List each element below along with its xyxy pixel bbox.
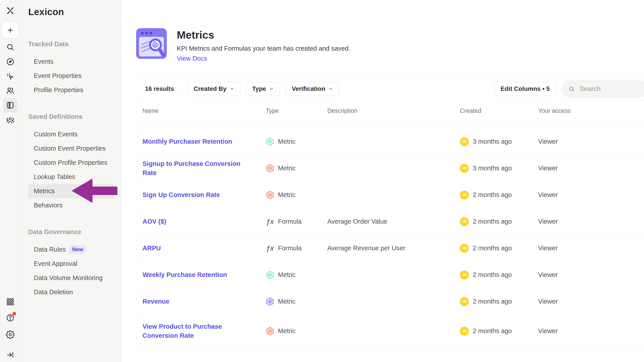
sidebar-item-events[interactable]: Events bbox=[28, 54, 114, 69]
filter-type[interactable]: Type bbox=[246, 82, 280, 96]
cell-name: Revenue bbox=[142, 297, 266, 306]
mixpanel-logo-icon[interactable] bbox=[3, 4, 17, 17]
column-header-description: Description bbox=[327, 108, 460, 114]
cell-name: AOV ($) bbox=[142, 217, 266, 226]
type-label: Metric bbox=[278, 191, 296, 198]
metric-name-link[interactable]: AOV ($) bbox=[142, 217, 177, 226]
formula-fx-icon: ƒx bbox=[266, 244, 274, 252]
rail-divider bbox=[0, 345, 20, 345]
search-icon bbox=[568, 85, 575, 92]
search-input[interactable] bbox=[580, 85, 642, 93]
page-heading: Metrics bbox=[177, 29, 350, 41]
cell-description: Average Revenue per User bbox=[327, 244, 460, 252]
metric-name-link[interactable]: Monthly Purchaser Retention bbox=[142, 137, 243, 146]
cell-access: Viewer bbox=[538, 298, 644, 305]
cell-name: Signup to Purchase Conversion Rate bbox=[142, 159, 266, 177]
type-label: Metric bbox=[278, 165, 296, 172]
help-icon[interactable] bbox=[3, 311, 17, 325]
sidebar-item-profile-properties[interactable]: Profile Properties bbox=[28, 83, 114, 97]
metric-name-link[interactable]: View Product to Purchase Conversion Rate bbox=[142, 322, 266, 340]
created-label: 3 months ago bbox=[473, 138, 512, 145]
metric-hexagon-icon bbox=[266, 327, 274, 335]
settings-gear-icon[interactable] bbox=[3, 328, 17, 342]
table-row[interactable]: View Product to Purchase Conversion Rate… bbox=[136, 315, 644, 347]
sidebar-item-custom-profile-properties[interactable]: Custom Profile Properties bbox=[28, 156, 114, 170]
metric-hexagon-icon bbox=[266, 138, 274, 146]
created-label: 2 months ago bbox=[473, 327, 512, 335]
formula-fx-icon: ƒx bbox=[266, 217, 274, 226]
sidebar-item-label: Custom Events bbox=[34, 131, 78, 138]
edit-columns-button[interactable]: Edit Columns • 5 bbox=[494, 82, 556, 96]
create-new-button[interactable] bbox=[2, 22, 18, 38]
cell-created: JB3 months ago bbox=[460, 137, 538, 146]
table-row[interactable]: Sign Up Conversion Rate MetricJB2 months… bbox=[136, 182, 644, 208]
cohorts-icon[interactable] bbox=[3, 113, 17, 128]
created-label: 3 months ago bbox=[473, 165, 512, 172]
table-toolbar: 16 results Created ByTypeVerification Ed… bbox=[136, 77, 644, 101]
cell-name: View Product to Purchase Conversion Rate bbox=[142, 322, 266, 340]
sidebar-item-event-approval[interactable]: Event Approval bbox=[28, 256, 114, 271]
sidebar-item-event-properties[interactable]: Event Properties bbox=[28, 69, 114, 83]
cell-access: Viewer bbox=[538, 271, 644, 279]
sidebar-item-label: Metrics bbox=[34, 187, 54, 195]
filter-created-by[interactable]: Created By bbox=[188, 82, 240, 96]
cell-access: Viewer bbox=[538, 138, 644, 145]
section-label: Saved Definitions bbox=[28, 110, 114, 124]
filter-label: Created By bbox=[194, 85, 226, 92]
table-row[interactable]: Weekly Purchase Retention MetricJB2 mont… bbox=[136, 262, 644, 288]
metric-hexagon-icon bbox=[266, 164, 274, 173]
users-icon[interactable] bbox=[3, 83, 17, 98]
metric-hexagon-icon bbox=[266, 297, 274, 306]
new-badge: New bbox=[69, 245, 86, 254]
sidebar-item-label: Event Properties bbox=[34, 72, 82, 79]
ai-cursor-icon[interactable] bbox=[3, 69, 17, 83]
lexicon-book-icon[interactable] bbox=[3, 98, 17, 112]
cell-name: Weekly Purchase Retention bbox=[142, 270, 266, 279]
table-row-partial bbox=[136, 122, 644, 128]
column-header-your-access: Your access bbox=[538, 108, 644, 114]
sidebar-item-label: Events bbox=[34, 58, 54, 65]
cell-access: Viewer bbox=[538, 218, 644, 225]
sidebar-item-data-rules[interactable]: Data RulesNew bbox=[28, 242, 114, 256]
chevron-down-icon bbox=[269, 86, 274, 91]
table-row[interactable]: Revenue MetricJB2 months agoViewer bbox=[136, 288, 644, 315]
type-label: Formula bbox=[278, 218, 302, 225]
table-search[interactable] bbox=[562, 80, 644, 98]
cell-type: Metric bbox=[266, 164, 327, 173]
table-row[interactable]: Monthly Purchaser Retention MetricJB3 mo… bbox=[136, 128, 644, 155]
avatar: JB bbox=[460, 137, 469, 146]
cell-type: Metric bbox=[266, 327, 327, 335]
metric-name-link[interactable]: Signup to Purchase Conversion Rate bbox=[142, 159, 266, 177]
cell-name: ARPU bbox=[142, 244, 266, 253]
cell-type: ƒxFormula bbox=[266, 217, 327, 226]
column-header-name: Name bbox=[142, 108, 266, 114]
avatar: JB bbox=[460, 190, 469, 199]
metric-name-link[interactable]: Revenue bbox=[142, 297, 180, 306]
sign-out-icon[interactable] bbox=[3, 348, 17, 362]
cell-created: JB2 months ago bbox=[460, 190, 538, 199]
sidebar-item-custom-event-properties[interactable]: Custom Event Properties bbox=[28, 141, 114, 156]
apps-grid-icon[interactable] bbox=[3, 295, 17, 309]
search-icon[interactable] bbox=[3, 40, 17, 54]
sidebar-item-data-volume-monitoring[interactable]: Data Volume Monitoring bbox=[28, 271, 114, 285]
metric-name-link[interactable]: ARPU bbox=[142, 244, 172, 253]
table-row[interactable]: Signup to Purchase Conversion Rate Metri… bbox=[136, 155, 644, 182]
page-header: Metrics KPI Metrics and Formulas your te… bbox=[136, 28, 350, 62]
created-label: 2 months ago bbox=[473, 218, 512, 225]
cell-created: JB2 months ago bbox=[460, 217, 538, 226]
sidebar-section-tracked-data: Tracked DataEventsEvent PropertiesProfil… bbox=[28, 37, 114, 97]
cell-description: Average Order Value bbox=[327, 218, 460, 225]
metric-name-link[interactable]: Sign Up Conversion Rate bbox=[142, 190, 231, 199]
table-row[interactable]: ARPUƒxFormulaAverage Revenue per UserJB2… bbox=[136, 235, 644, 262]
sidebar-item-data-deletion[interactable]: Data Deletion bbox=[28, 285, 114, 299]
compass-icon[interactable] bbox=[3, 55, 17, 69]
type-label: Formula bbox=[278, 244, 302, 252]
view-docs-link[interactable]: View Docs bbox=[177, 55, 350, 62]
type-label: Metric bbox=[278, 298, 296, 305]
sidebar-item-label: Lookup Tables bbox=[34, 173, 76, 181]
table-row[interactable]: AOV ($)ƒxFormulaAverage Order ValueJB2 m… bbox=[136, 208, 644, 235]
section-label: Data Governance bbox=[28, 225, 114, 239]
metric-name-link[interactable]: Weekly Purchase Retention bbox=[142, 270, 238, 279]
filter-verification[interactable]: Verification bbox=[286, 82, 339, 96]
sidebar-item-custom-events[interactable]: Custom Events bbox=[28, 127, 114, 141]
